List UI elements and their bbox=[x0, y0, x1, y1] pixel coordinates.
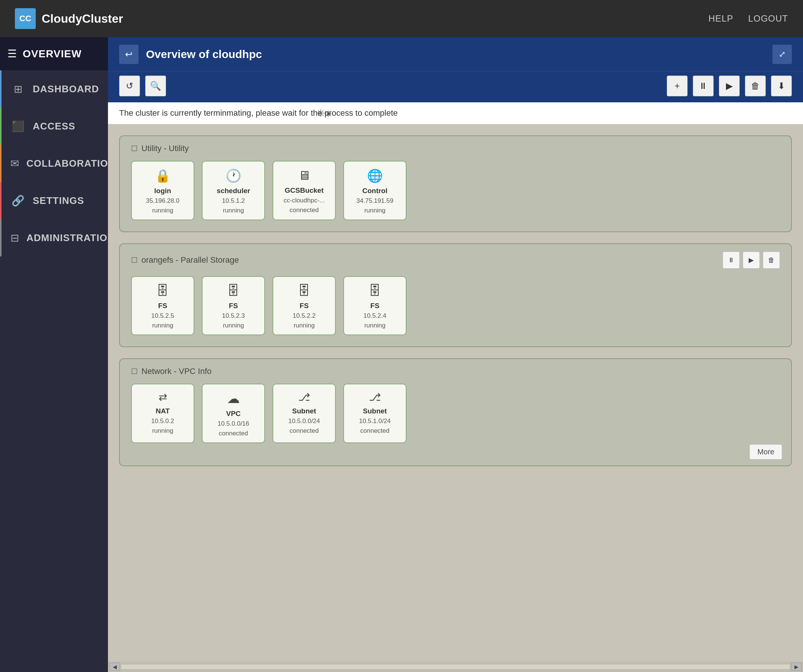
refresh-button[interactable]: ↺ bbox=[119, 76, 140, 96]
play-button[interactable]: ▶ bbox=[719, 76, 740, 96]
search-icon: 🔍 bbox=[150, 81, 161, 91]
node-control[interactable]: 🌐 Control 34.75.191.59 running bbox=[343, 161, 406, 220]
toolbar: ↺ 🔍 + ⏸ ▶ 🗑 ⬇ bbox=[108, 71, 803, 102]
node-scheduler-ip: 10.5.1.2 bbox=[222, 197, 245, 205]
logo-icon: CC bbox=[15, 8, 36, 29]
sidebar-label-administration: ADMINISTRATION bbox=[26, 232, 115, 244]
node-fs1-name: FS bbox=[158, 302, 167, 310]
status-bar: The cluster is currently terminmating, p… bbox=[108, 102, 803, 124]
group-utility: ☐ Utility - Utility 🔒 login 35.196.28.0 … bbox=[119, 135, 792, 232]
node-subnet1-ip: 10.5.0.0/24 bbox=[288, 417, 320, 425]
group-utility-header: ☐ Utility - Utility bbox=[131, 144, 780, 153]
node-vpc[interactable]: ☁ VPC 10.5.0.0/16 connected bbox=[202, 384, 265, 443]
content-area: ↩ Overview of cloudhpc ⤢ ↺ 🔍 + ⏸ ▶ 🗑 ⬇ T… bbox=[108, 37, 803, 672]
node-control-name: Control bbox=[362, 187, 387, 195]
sidebar-item-dashboard[interactable]: ⊞ DASHBOARD bbox=[0, 70, 108, 107]
expand-button[interactable]: ⤢ bbox=[772, 45, 792, 64]
sidebar-section-title: OVERVIEW bbox=[23, 48, 81, 60]
monitor-icon: 🖥 bbox=[298, 168, 310, 183]
group-network-header: ☐ Network - VPC Info bbox=[131, 367, 780, 376]
sidebar-item-administration[interactable]: ⊟ ADMINISTRATION bbox=[0, 219, 108, 256]
nat-icon: ⇄ bbox=[159, 391, 167, 403]
scroll-track[interactable] bbox=[121, 665, 790, 669]
node-scheduler[interactable]: 🕐 scheduler 10.5.1.2 running bbox=[202, 161, 265, 220]
node-gcsbucket[interactable]: 🖥 GCSBucket cc-cloudhpc-... connected bbox=[273, 161, 336, 220]
group-network: ☐ Network - VPC Info ⇄ NAT 10.5.0.2 runn… bbox=[119, 358, 792, 466]
group-utility-icon: ☐ bbox=[131, 144, 138, 153]
hamburger-icon[interactable]: ☰ bbox=[7, 48, 17, 60]
clock-icon: 🕐 bbox=[226, 168, 241, 183]
node-scheduler-name: scheduler bbox=[217, 187, 250, 195]
download-button[interactable]: ⬇ bbox=[771, 76, 792, 96]
orangefs-pause-button[interactable]: ⏸ bbox=[723, 252, 740, 269]
group-network-icon: ☐ bbox=[131, 367, 138, 376]
node-fs-3[interactable]: 🗄 FS 10.5.2.2 running bbox=[273, 276, 336, 335]
top-bar: CC CloudyCluster HELP LOGOUT bbox=[0, 0, 803, 37]
node-gcsbucket-status: connected bbox=[289, 206, 319, 214]
node-fs1-ip: 10.5.2.5 bbox=[151, 312, 174, 320]
node-login-name: login bbox=[154, 187, 171, 195]
sidebar-item-access[interactable]: ⬛ ACCESS bbox=[0, 107, 108, 145]
node-subnet1-status: connected bbox=[289, 427, 319, 435]
access-icon: ⬛ bbox=[10, 119, 25, 133]
diagram-area[interactable]: ☐ Utility - Utility 🔒 login 35.196.28.0 … bbox=[108, 124, 803, 662]
group-orangefs-header: ☐ orangefs - Parallel Storage ⏸ ▶ 🗑 bbox=[131, 252, 780, 269]
group-orangefs-icon: ☐ bbox=[131, 256, 138, 265]
node-fs1-status: running bbox=[152, 322, 174, 329]
node-subnet1-name: Subnet bbox=[292, 407, 316, 415]
node-login-status: running bbox=[152, 207, 174, 214]
group-orangefs: ☐ orangefs - Parallel Storage ⏸ ▶ 🗑 🗄 FS… bbox=[119, 243, 792, 347]
orangefs-delete-button[interactable]: 🗑 bbox=[763, 252, 780, 269]
help-link[interactable]: HELP bbox=[709, 13, 733, 24]
node-fs-1[interactable]: 🗄 FS 10.5.2.5 running bbox=[131, 276, 194, 335]
node-scheduler-status: running bbox=[223, 207, 244, 214]
delete-button[interactable]: 🗑 bbox=[745, 76, 766, 96]
subnet1-icon: ⎇ bbox=[298, 391, 310, 403]
database-icon-3: 🗄 bbox=[298, 284, 310, 298]
node-gcsbucket-name: GCSBucket bbox=[285, 187, 324, 195]
node-subnet-1[interactable]: ⎇ Subnet 10.5.0.0/24 connected bbox=[273, 384, 336, 443]
main-layout: ☰ OVERVIEW ⊞ DASHBOARD ⬛ ACCESS ✉ COLLAB… bbox=[0, 37, 803, 672]
node-fs3-status: running bbox=[294, 322, 315, 329]
group-utility-title: ☐ Utility - Utility bbox=[131, 144, 189, 153]
node-fs2-ip: 10.5.2.3 bbox=[222, 312, 245, 320]
node-fs-4[interactable]: 🗄 FS 10.5.2.4 running bbox=[343, 276, 406, 335]
group-orangefs-title: ☐ orangefs - Parallel Storage bbox=[131, 255, 239, 265]
node-vpc-status: connected bbox=[219, 430, 248, 437]
sidebar-header: ☰ OVERVIEW bbox=[0, 37, 108, 70]
node-subnet-2[interactable]: ⎇ Subnet 10.5.1.0/24 connected bbox=[343, 384, 406, 443]
group-network-nodes: ⇄ NAT 10.5.0.2 running ☁ VPC 10.5.0.0/16… bbox=[131, 384, 780, 443]
horizontal-scrollbar: ◀ ▶ bbox=[108, 662, 803, 672]
node-nat[interactable]: ⇄ NAT 10.5.0.2 running bbox=[131, 384, 194, 443]
header-left: ↩ Overview of cloudhpc bbox=[119, 45, 262, 64]
add-button[interactable]: + bbox=[667, 76, 688, 96]
collab-icon: ✉ bbox=[10, 156, 19, 171]
node-fs-2[interactable]: 🗄 FS 10.5.2.3 running bbox=[202, 276, 265, 335]
more-button[interactable]: More bbox=[749, 444, 782, 459]
node-control-status: running bbox=[364, 207, 386, 214]
node-login[interactable]: 🔒 login 35.196.28.0 running bbox=[131, 161, 194, 220]
node-fs4-status: running bbox=[364, 322, 386, 329]
sidebar-label-dashboard: DASHBOARD bbox=[33, 83, 99, 95]
node-fs4-ip: 10.5.2.4 bbox=[363, 312, 386, 320]
scroll-left-button[interactable]: ◀ bbox=[109, 663, 120, 671]
search-button[interactable]: 🔍 bbox=[145, 76, 166, 96]
logout-link[interactable]: LOGOUT bbox=[748, 13, 788, 24]
database-icon-4: 🗄 bbox=[369, 284, 381, 298]
top-nav: HELP LOGOUT bbox=[709, 13, 788, 24]
node-subnet2-name: Subnet bbox=[363, 407, 387, 415]
page-title: Overview of cloudhpc bbox=[146, 48, 262, 61]
database-icon-1: 🗄 bbox=[156, 284, 169, 298]
subnet2-icon: ⎇ bbox=[369, 391, 381, 403]
orangefs-play-button[interactable]: ▶ bbox=[743, 252, 760, 269]
settings-icon: 🔗 bbox=[10, 193, 25, 208]
pause-button[interactable]: ⏸ bbox=[693, 76, 714, 96]
scroll-right-button[interactable]: ▶ bbox=[791, 663, 801, 671]
sidebar-item-settings[interactable]: 🔗 SETTINGS bbox=[0, 182, 108, 219]
node-control-ip: 34.75.191.59 bbox=[356, 197, 393, 205]
node-vpc-ip: 10.5.0.0/16 bbox=[218, 420, 249, 427]
sidebar-item-collaborations[interactable]: ✉ COLLABORATIONS bbox=[0, 145, 108, 182]
group-orangefs-nodes: 🗄 FS 10.5.2.5 running 🗄 FS 10.5.2.3 runn… bbox=[131, 276, 780, 335]
back-button[interactable]: ↩ bbox=[119, 45, 138, 64]
node-nat-status: running bbox=[152, 427, 174, 435]
